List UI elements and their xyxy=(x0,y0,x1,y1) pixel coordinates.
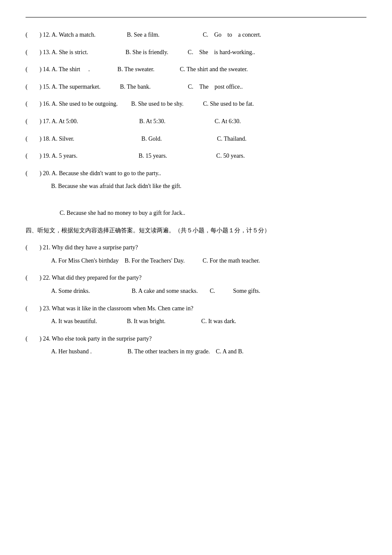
question-16: ( ) 16. A. She used to be outgoing. B. S… xyxy=(26,98,366,110)
q20-optB: B. Because she was afraid that Jack didn… xyxy=(26,181,366,192)
q12-optA: A. Watch a match. xyxy=(52,32,125,38)
question-15: ( ) 15. A. The supermarket. B. The bank.… xyxy=(26,81,366,93)
q20-optA: A. Because she didn't want to go to the … xyxy=(52,170,161,176)
q16-optB: B. She used to be shy. xyxy=(131,101,202,107)
q19-optB: B. 15 years. xyxy=(138,153,215,159)
q23-number: 23. xyxy=(43,305,52,312)
section-4-title: 四、听短文，根据短文内容选择正确答案。短文读两遍。（共５小题，每小题１分，计５分… xyxy=(26,225,366,237)
q21-options: A. For Miss Chen's birthday B. For the T… xyxy=(26,255,366,267)
q13-number: 13. xyxy=(43,49,52,55)
q21-text: Why did they have a surprise party? xyxy=(52,244,138,251)
q15-optA: A. The supermarket. xyxy=(52,84,118,90)
q19-line: ( ) 19. A. 5 years. B. 15 years. C. 50 y… xyxy=(26,150,366,162)
q13-optC: C. She is hard-working.. xyxy=(188,49,255,55)
q20-optC: C. Because she had no money to buy a gif… xyxy=(26,208,366,219)
q24-number: 24. xyxy=(43,335,52,342)
q13-optA: A. She is strict. xyxy=(52,49,124,55)
question-17: ( ) 17. A. At 5:00. B. At 5:30. C. At 6:… xyxy=(26,116,366,127)
q24-stem: ( ) 24. Who else took party in the surpr… xyxy=(26,333,366,345)
q17-optB: B. At 5:30. xyxy=(139,118,213,124)
question-13: ( ) 13. A. She is strict. B. She is frie… xyxy=(26,47,366,58)
q12-optB: B. See a film. xyxy=(127,32,202,38)
q19-paren: ( ) xyxy=(26,153,41,159)
q12-optC: C. Go to a concert. xyxy=(203,32,261,38)
top-divider xyxy=(26,17,366,17)
question-23: ( ) 23. What was it like in the classroo… xyxy=(26,303,366,327)
q19-number: 19. xyxy=(43,153,52,159)
q20-stem: ( ) 20. A. Because she didn't want to go… xyxy=(26,168,366,179)
q18-optB: B. Gold. xyxy=(141,136,216,142)
q14-number: 14. xyxy=(43,66,52,72)
q24-options: A. Her husband . B. The other teachers i… xyxy=(26,346,366,358)
q14-optC: C. The shirt and the sweater. xyxy=(180,66,248,72)
q15-paren: ( ) xyxy=(26,84,41,90)
q14-line: ( ) 14. A. The shirt ． B. The sweater. C… xyxy=(26,64,366,75)
q16-optA: A. She used to be outgoing. xyxy=(52,101,130,107)
q22-paren: ( ) xyxy=(26,275,41,281)
q18-number: 18. xyxy=(43,136,52,142)
q12-paren: ( ) xyxy=(26,32,41,38)
q21-number: 21. xyxy=(43,244,52,251)
q18-optC: C. Thailand. xyxy=(217,136,246,142)
question-18: ( ) 18. A. Silver. B. Gold. C. Thailand. xyxy=(26,133,366,145)
question-12: ( ) 12. A. Watch a match. B. See a film.… xyxy=(26,29,366,41)
q14-optA: A. The shirt ． xyxy=(52,66,116,72)
q16-number: 16. xyxy=(43,101,52,107)
q21-paren: ( ) xyxy=(26,244,41,251)
q16-paren: ( ) xyxy=(26,101,41,107)
q18-paren: ( ) xyxy=(26,136,41,142)
q14-paren: ( ) xyxy=(26,66,41,72)
q15-number: 15. xyxy=(43,84,52,90)
q18-line: ( ) 18. A. Silver. B. Gold. C. Thailand. xyxy=(26,133,366,145)
q16-line: ( ) 16. A. She used to be outgoing. B. S… xyxy=(26,98,366,110)
q18-optA: A. Silver. xyxy=(52,136,140,142)
q21-stem: ( ) 21. Why did they have a surprise par… xyxy=(26,242,366,254)
spacer2 xyxy=(26,201,366,208)
section-4-header: 四、听短文，根据短文内容选择正确答案。短文读两遍。（共５小题，每小题１分，计５分… xyxy=(26,225,366,237)
q13-optB: B. She is friendly. xyxy=(126,49,187,55)
q23-options: A. It was beautiful. B. It was bright. C… xyxy=(26,316,366,327)
q15-line: ( ) 15. A. The supermarket. B. The bank.… xyxy=(26,81,366,93)
q23-text: What was it like in the classroom when M… xyxy=(52,305,193,312)
q15-optB: B. The bank. xyxy=(120,84,186,90)
q20-paren: ( ) xyxy=(26,170,41,176)
spacer1 xyxy=(26,194,366,201)
q24-paren: ( ) xyxy=(26,335,41,342)
q16-optC: C. She used to be fat. xyxy=(203,101,254,107)
q17-optA: A. At 5:00. xyxy=(52,118,138,124)
question-20: ( ) 20. A. Because she didn't want to go… xyxy=(26,168,366,219)
q20-number: 20. xyxy=(43,170,52,176)
q12-number: 12. xyxy=(43,32,52,38)
question-19: ( ) 19. A. 5 years. B. 15 years. C. 50 y… xyxy=(26,150,366,162)
q22-number: 22. xyxy=(43,275,52,281)
q14-optB: B. The sweater. xyxy=(118,66,179,72)
q13-paren: ( ) xyxy=(26,49,41,55)
q19-optA: A. 5 years. xyxy=(52,153,137,159)
q19-optC: C. 50 years. xyxy=(216,153,245,159)
question-24: ( ) 24. Who else took party in the surpr… xyxy=(26,333,366,358)
question-21: ( ) 21. Why did they have a surprise par… xyxy=(26,242,366,266)
question-22: ( ) 22. What did they prepared for the p… xyxy=(26,272,366,297)
q17-number: 17. xyxy=(43,118,52,124)
q24-text: Who else took party in the surprise part… xyxy=(52,335,152,342)
q13-line: ( ) 13. A. She is strict. B. She is frie… xyxy=(26,47,366,58)
question-14: ( ) 14. A. The shirt ． B. The sweater. C… xyxy=(26,64,366,75)
q15-optC: C. The post office.. xyxy=(188,84,243,90)
q17-optC: C. At 6:30. xyxy=(215,118,241,124)
q23-stem: ( ) 23. What was it like in the classroo… xyxy=(26,303,366,315)
q12-line: ( ) 12. A. Watch a match. B. See a film.… xyxy=(26,29,366,41)
q22-text: What did they prepared for the party? xyxy=(52,275,142,281)
q22-stem: ( ) 22. What did they prepared for the p… xyxy=(26,272,366,284)
q17-line: ( ) 17. A. At 5:00. B. At 5:30. C. At 6:… xyxy=(26,116,366,127)
q17-paren: ( ) xyxy=(26,118,41,124)
q22-options: A. Some drinks. B. A cake and some snack… xyxy=(26,286,366,297)
q23-paren: ( ) xyxy=(26,305,41,312)
